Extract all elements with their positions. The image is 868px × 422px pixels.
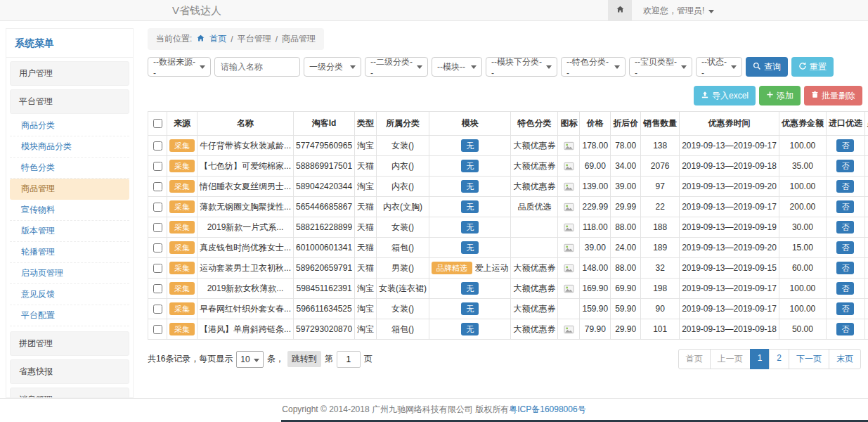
add-button[interactable]: 添加 — [759, 86, 801, 106]
import-toggle-badge[interactable]: 否 — [836, 282, 854, 295]
row-checkbox[interactable] — [153, 305, 162, 314]
coupon-amount-cell: 15.00 — [779, 238, 826, 258]
discount-price-cell: 59.90 — [611, 299, 641, 319]
ye-label: 页 — [364, 353, 373, 365]
select-all-cell — [148, 112, 167, 136]
import-toggle-badge[interactable]: 否 — [836, 180, 854, 193]
table-row: 采集牛仔背带裤女秋装减龄...577479560965淘宝女装()无大额优惠券1… — [148, 136, 868, 156]
product-image — [564, 324, 574, 335]
row-checkbox[interactable] — [153, 264, 162, 273]
coupon-time-cell: 2019-09-13—2019-09-18 — [680, 319, 779, 340]
user-menu[interactable]: 欢迎您，管理员! — [643, 5, 714, 17]
page-link[interactable]: 1 — [750, 349, 770, 369]
row-checkbox[interactable] — [153, 223, 162, 232]
filter-select[interactable]: --模块-- — [432, 57, 482, 77]
sidebar-item-link[interactable]: 特色分类 — [10, 158, 129, 179]
search-icon — [753, 62, 761, 72]
row-checkbox[interactable] — [153, 203, 162, 212]
home-icon — [196, 34, 205, 45]
page-link[interactable]: 末页 — [829, 349, 861, 369]
sidebar-submenu: 商品分类模块商品分类特色分类商品管理宣传物料版本管理轮播管理启动页管理意见反馈平… — [6, 114, 133, 328]
module-none-badge: 无 — [461, 241, 479, 254]
table-row: 采集2019新款女秋薄款...598451162391淘宝女装(连衣裙)无大额优… — [148, 279, 868, 299]
filter-select[interactable]: 一级分类 — [304, 57, 361, 77]
sidebar-item-link[interactable]: 商品分类 — [10, 115, 129, 136]
taoke-id-cell: 588216228899 — [294, 217, 355, 238]
sidebar-group[interactable]: 省惠快报 — [10, 359, 129, 384]
sidebar-item-link[interactable]: 启动页管理 — [10, 263, 129, 284]
row-checkbox[interactable] — [153, 284, 162, 293]
import-toggle-badge[interactable]: 否 — [836, 200, 854, 213]
filter-select[interactable]: --二级分类-- — [365, 57, 428, 77]
import-select-cell: 否 — [826, 217, 864, 238]
sidebar-item-link[interactable]: 意见反馈 — [10, 284, 129, 305]
import-toggle-badge[interactable]: 否 — [836, 241, 854, 254]
sales-cell: 189 — [641, 238, 680, 258]
coupon-time-cell: 2019-09-13—2019-09-20 — [680, 238, 779, 258]
sidebar-item-link[interactable]: 轮播管理 — [10, 242, 129, 263]
table-row: 采集【七色纺】可爱纯棉家...588869917501天猫内衣()无大额优惠券6… — [148, 156, 868, 177]
page-number-input[interactable] — [337, 351, 361, 368]
filter-select[interactable]: --特色分类-- — [561, 57, 626, 77]
import-excel-button[interactable]: 导入excel — [694, 86, 756, 106]
import-toggle-badge[interactable]: 否 — [836, 160, 854, 172]
import-select-cell: 否 — [826, 177, 864, 197]
filter-select[interactable]: --数据来源-- — [148, 57, 211, 77]
module-none-badge: 无 — [461, 323, 479, 335]
sidebar-item-link[interactable]: 平台配置 — [10, 305, 129, 326]
category-cell: 内衣() — [377, 156, 429, 177]
sidebar-group[interactable]: 拼团管理 — [10, 331, 129, 356]
column-header: 模块 — [429, 112, 511, 136]
row-checkbox[interactable] — [153, 243, 162, 252]
page-link[interactable]: 首页 — [678, 349, 711, 369]
discount-price-cell: 78.00 — [611, 136, 641, 156]
pagination: 共16条记录，每页显示 10 条， 跳转到 第 页 首页上一页12下一页末页 — [148, 349, 862, 369]
page-link[interactable]: 下一页 — [789, 349, 829, 369]
icp-link[interactable]: 粤ICP备16098006号 — [509, 404, 585, 416]
import-toggle-badge[interactable]: 否 — [836, 302, 854, 315]
sidebar-group[interactable]: 消息管理 — [10, 388, 129, 398]
source-badge: 采集 — [169, 160, 195, 172]
row-checkbox[interactable] — [153, 162, 162, 171]
source-cell: 采集 — [167, 319, 197, 340]
taoke-id-cell: 577479560965 — [294, 136, 355, 156]
select-all-checkbox[interactable] — [153, 119, 162, 128]
row-checkbox[interactable] — [153, 182, 162, 191]
source-badge: 采集 — [169, 262, 195, 274]
page-link[interactable]: 2 — [769, 349, 789, 369]
sidebar-group[interactable]: 平台管理 — [10, 89, 129, 114]
import-toggle-badge[interactable]: 否 — [836, 262, 854, 274]
home-icon — [616, 5, 625, 16]
breadcrumb-home-link[interactable]: 首页 — [209, 33, 226, 45]
name-search-input[interactable] — [214, 57, 300, 77]
topbar: V省钱达人 欢迎您，管理员! — [0, 0, 868, 21]
sidebar-item-active[interactable]: 商品管理 — [10, 179, 129, 200]
import-toggle-badge[interactable]: 否 — [836, 221, 854, 234]
coupon-time-cell: 2019-09-13—2019-09-17 — [680, 197, 779, 217]
filter-select[interactable]: --模块下分类-- — [486, 57, 557, 77]
row-checkbox[interactable] — [153, 325, 162, 334]
reset-button[interactable]: 重置 — [791, 57, 834, 77]
product-image — [564, 263, 574, 274]
sales-cell: 101 — [641, 319, 680, 340]
sidebar-item-link[interactable]: 模块商品分类 — [10, 136, 129, 158]
source-cell: 采集 — [167, 136, 197, 156]
page-link[interactable]: 上一页 — [710, 349, 751, 369]
sidebar-group[interactable]: 用户管理 — [10, 61, 129, 86]
source-badge: 采集 — [169, 200, 195, 213]
batch-delete-button[interactable]: 批量删除 — [804, 86, 862, 106]
sales-cell: 2076 — [641, 156, 680, 177]
topbar-right: 欢迎您，管理员! — [608, 0, 714, 21]
sidebar-item-link[interactable]: 宣传物料 — [10, 200, 129, 221]
per-page-select[interactable]: 10 — [236, 351, 263, 368]
import-toggle-badge[interactable]: 否 — [836, 139, 854, 152]
filter-select[interactable]: --状态-- — [696, 57, 742, 77]
sidebar-item-link[interactable]: 版本管理 — [10, 221, 129, 242]
home-button[interactable] — [608, 0, 632, 21]
filter-select[interactable]: --宝贝类型-- — [629, 57, 692, 77]
search-button[interactable]: 查询 — [746, 57, 788, 77]
row-checkbox[interactable] — [153, 141, 162, 151]
category-cell: 男装() — [377, 258, 429, 279]
filter-select-label: 一级分类 — [309, 61, 343, 73]
import-toggle-badge[interactable]: 否 — [836, 323, 854, 335]
